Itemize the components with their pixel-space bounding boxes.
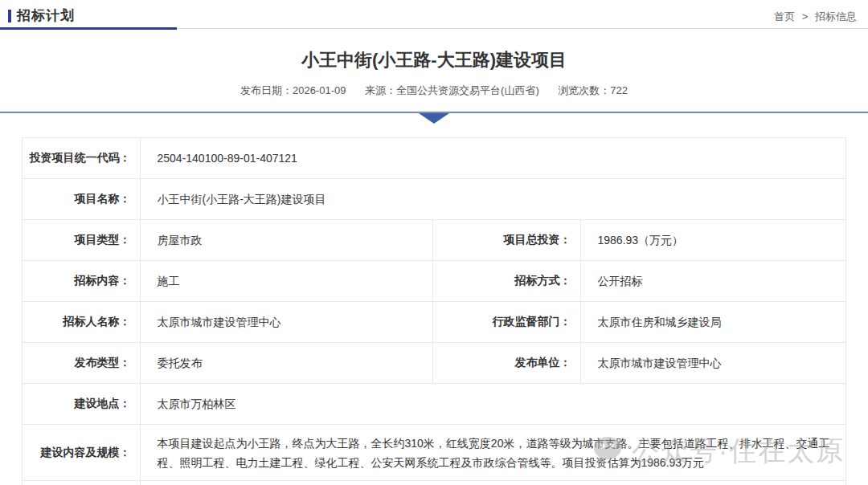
breadcrumb-separator: > bbox=[802, 10, 809, 22]
row-label: 发布类型： bbox=[23, 343, 141, 384]
project-info-table: 投资项目统一代码： 2504-140100-89-01-407121 项目名称：… bbox=[22, 137, 845, 485]
row-label: 发布单位： bbox=[433, 343, 581, 384]
row-value: 小王中街(小王路-大王路)建设项目 bbox=[141, 179, 845, 220]
section-header: 招标计划 bbox=[8, 6, 75, 25]
table-row: 建设内容及规模： 本项目建设起点为小王路，终点为大王路，全长约310米，红线宽度… bbox=[23, 425, 845, 481]
row-label: 建设内容及规模： bbox=[23, 425, 141, 481]
table-row: 招标人名称： 太原市城市建设管理中心 行政监督部门： 太原市住房和城乡建设局 bbox=[23, 302, 845, 343]
breadcrumb-home-link[interactable]: 首页 bbox=[774, 10, 795, 22]
row-value: 公开招标 bbox=[581, 261, 845, 302]
table-row: 投资项目统一代码： 2504-140100-89-01-407121 bbox=[23, 138, 845, 179]
view-count: 浏览次数：722 bbox=[558, 84, 628, 96]
section-title: 招标计划 bbox=[17, 6, 75, 25]
row-value: 2504-140100-89-01-407121 bbox=[141, 138, 845, 179]
top-bar: 招标计划 首页 > 招标信息 bbox=[0, 0, 868, 29]
row-label: 投资项目统一代码： bbox=[23, 138, 141, 179]
bidding-plan-page: 招标计划 首页 > 招标信息 小王中街(小王路-大王路)建设项目 发布日期：20… bbox=[0, 0, 868, 485]
section-underline bbox=[0, 27, 177, 30]
row-label: 招标内容： bbox=[23, 261, 141, 302]
row-value: 太原市住房和城乡建设局 bbox=[581, 302, 845, 343]
row-value: 太原市万柏林区 bbox=[141, 384, 845, 425]
row-label: 项目总投资： bbox=[433, 220, 581, 261]
accent-bar-icon bbox=[8, 10, 11, 22]
row-value: 太原市城市建设管理中心 bbox=[141, 302, 433, 343]
breadcrumb-current-link[interactable]: 招标信息 bbox=[815, 10, 857, 22]
divider-line bbox=[0, 112, 868, 113]
row-label bbox=[23, 481, 141, 485]
table-row: 发布类型： 委托发布 发布单位： 太原市城市建设管理中心 bbox=[23, 343, 845, 384]
row-value: 1986.93（万元） bbox=[581, 220, 845, 261]
row-label: 建设地点： bbox=[23, 384, 141, 425]
table-row: 招标内容： 施工 招标方式： 公开招标 bbox=[23, 261, 845, 302]
row-label: 招标人名称： bbox=[23, 302, 141, 343]
table-row bbox=[23, 481, 845, 485]
row-label: 项目名称： bbox=[23, 179, 141, 220]
row-label: 招标方式： bbox=[433, 261, 581, 302]
row-label: 行政监督部门： bbox=[433, 302, 581, 343]
publish-date: 发布日期：2026-01-09 bbox=[240, 84, 346, 96]
row-value: 委托发布 bbox=[141, 343, 433, 384]
row-value: 太原市城市建设管理中心 bbox=[581, 343, 845, 384]
table-row: 建设地点： 太原市万柏林区 bbox=[23, 384, 845, 425]
row-value: 本项目建设起点为小王路，终点为大王路，全长约310米，红线宽度20米，道路等级为… bbox=[141, 425, 845, 481]
article-meta: 发布日期：2026-01-09 来源：全国公共资源交易平台(山西省) 浏览次数：… bbox=[0, 84, 868, 98]
source: 来源：全国公共资源交易平台(山西省) bbox=[365, 84, 539, 96]
article-header: 小王中街(小王路-大王路)建设项目 发布日期：2026-01-09 来源：全国公… bbox=[0, 48, 868, 113]
row-value: 房屋市政 bbox=[141, 220, 433, 261]
row-value bbox=[141, 481, 845, 485]
row-label: 项目类型： bbox=[23, 220, 141, 261]
page-title: 小王中街(小王路-大王路)建设项目 bbox=[0, 48, 868, 72]
row-value: 施工 bbox=[141, 261, 433, 302]
table-row: 项目类型： 房屋市政 项目总投资： 1986.93（万元） bbox=[23, 220, 845, 261]
triangle-down-icon bbox=[419, 113, 449, 124]
table-row: 项目名称： 小王中街(小王路-大王路)建设项目 bbox=[23, 179, 845, 220]
breadcrumb: 首页 > 招标信息 bbox=[774, 10, 857, 24]
